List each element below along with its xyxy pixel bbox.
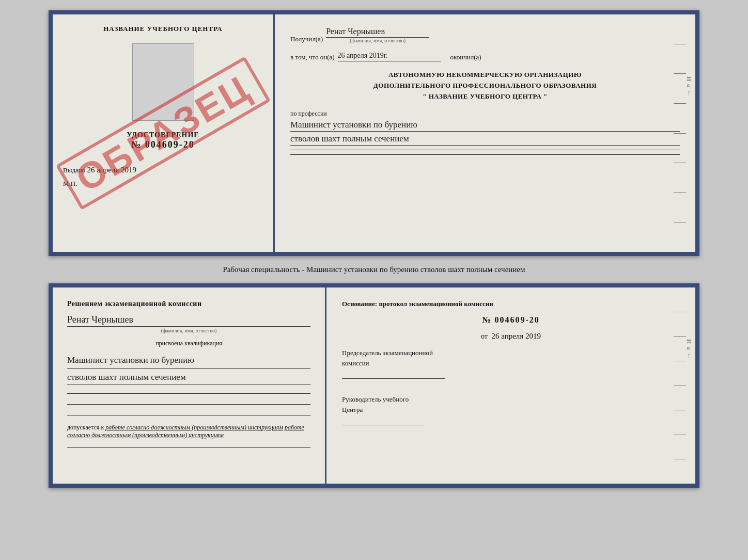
cert-top-left: НАЗВАНИЕ УЧЕБНОГО ЦЕНТРА УДОСТОВЕРЕНИЕ №… bbox=[53, 14, 275, 252]
bottom-certificate: Решением экзаменационной комиссии Ренат … bbox=[49, 283, 699, 488]
qual-line1: Машинист установки по бурению bbox=[67, 354, 310, 369]
bottom-fio-hint: (фамилия, имя, отчество) bbox=[67, 328, 310, 333]
cert-photo-box bbox=[132, 43, 194, 121]
cert-bottom-left: Решением экзаменационной комиссии Ренат … bbox=[53, 287, 326, 484]
qual-label: присвоена квалификация bbox=[67, 340, 310, 347]
bottom-name-row: Ренат Чернышев (фамилия, имя, отчество) bbox=[67, 314, 310, 333]
cert-top-title: НАЗВАНИЕ УЧЕБНОГО ЦЕНТРА bbox=[103, 25, 223, 33]
vydano-label: Выдано bbox=[63, 166, 85, 174]
vydano-date: 26 апреля 2019 bbox=[87, 166, 137, 174]
top-certificate: НАЗВАНИЕ УЧЕБНОГО ЦЕНТРА УДОСТОВЕРЕНИЕ №… bbox=[49, 10, 699, 256]
osnov-date: от 26 апреля 2019 bbox=[342, 332, 680, 341]
predsedatel-block: Председатель экзаменационной комиссии bbox=[342, 348, 680, 379]
dopuskaetsya-label: допускается к bbox=[67, 424, 104, 431]
profession-line1: Машинист установки по бурению bbox=[290, 120, 680, 132]
profession-block: по профессии Машинист установки по бурен… bbox=[290, 110, 680, 155]
vtom-label: в том, что он(а) bbox=[290, 53, 335, 61]
poluchil-name: Ренат Чернышев bbox=[326, 27, 429, 38]
specialty-text: Рабочая специальность - Машинист установ… bbox=[223, 265, 525, 274]
qual-lines: Машинист установки по бурению стволов ша… bbox=[67, 354, 310, 385]
org-block: АВТОНОМНУЮ НЕКОММЕРЧЕСКУЮ ОРГАНИЗАЦИЮ ДО… bbox=[290, 70, 680, 102]
rukovod-line1: Руководитель учебного bbox=[342, 394, 680, 405]
underline2 bbox=[67, 404, 310, 405]
org-line2: ДОПОЛНИТЕЛЬНОГО ПРОФЕССИОНАЛЬНОГО ОБРАЗО… bbox=[290, 81, 680, 91]
okonchil-label: окончил(а) bbox=[450, 53, 481, 61]
org-line1: АВТОНОМНУЮ НЕКОММЕРЧЕСКУЮ ОРГАНИЗАЦИЮ bbox=[290, 70, 680, 81]
underline1 bbox=[67, 393, 310, 394]
profession-line2: стволов шахт полным сечением bbox=[290, 134, 680, 146]
bottom-name: Ренат Чернышев bbox=[67, 314, 310, 327]
osnov-label: Основание: протокол экзаменационной коми… bbox=[342, 300, 680, 308]
dopuskaetsya-block: допускается к работе согласно должностны… bbox=[67, 424, 310, 439]
cert-udost-block: УДОСТОВЕРЕНИЕ № 004609-20 bbox=[127, 131, 199, 150]
underline4 bbox=[67, 447, 310, 448]
ot-label: от bbox=[481, 332, 488, 340]
bottom-title: Решением экзаменационной комиссии bbox=[67, 300, 310, 308]
predsedatel-line2: комиссии bbox=[342, 358, 680, 369]
cert-vydano: Выдано 26 апреля 2019 bbox=[63, 166, 136, 174]
po-professii-label: по профессии bbox=[290, 110, 680, 118]
tto-text: И а ← bbox=[685, 76, 693, 97]
rukovod-signature-line bbox=[342, 425, 425, 425]
org-line3: " НАЗВАНИЕ УЧЕБНОГО ЦЕНТРА " bbox=[290, 91, 680, 102]
vtom-row: в том, что он(а) 26 апреля 2019г. окончи… bbox=[290, 52, 680, 61]
cert-mp: М.П. bbox=[63, 180, 77, 188]
poluchil-label: Получил(а) bbox=[290, 35, 323, 43]
poluchil-row: Получил(а) Ренат Чернышев (фамилия, имя,… bbox=[290, 27, 680, 43]
cert-number: № 004609-20 bbox=[127, 139, 199, 150]
cert-udost-title: УДОСТОВЕРЕНИЕ bbox=[127, 131, 199, 139]
dopuskaetsya-val: работе согласно должностным (производств… bbox=[105, 424, 283, 431]
osnov-number: № 004609-20 bbox=[342, 315, 680, 325]
cert-top-right: Получил(а) Ренат Чернышев (фамилия, имя,… bbox=[275, 14, 695, 252]
dash1: – bbox=[437, 35, 440, 43]
predsedatel-signature-line bbox=[342, 378, 445, 379]
cert-bottom-right: Основание: протокол экзаменационной коми… bbox=[326, 287, 695, 484]
predsedatel-line1: Председатель экзаменационной bbox=[342, 348, 680, 358]
bottom-tto-text: И а ← bbox=[685, 339, 693, 360]
vtom-date: 26 апреля 2019г. bbox=[338, 52, 441, 61]
rukovod-line2: Центра bbox=[342, 405, 680, 415]
underline3 bbox=[67, 415, 310, 415]
rukovod-block: Руководитель учебного Центра bbox=[342, 394, 680, 425]
fio-hint-top: (фамилия, имя, отчество) bbox=[350, 38, 406, 43]
document-container: НАЗВАНИЕ УЧЕБНОГО ЦЕНТРА УДОСТОВЕРЕНИЕ №… bbox=[10, 10, 738, 488]
qual-line2: стволов шахт полным сечением bbox=[67, 371, 310, 386]
date-val: 26 апреля 2019 bbox=[491, 332, 541, 340]
